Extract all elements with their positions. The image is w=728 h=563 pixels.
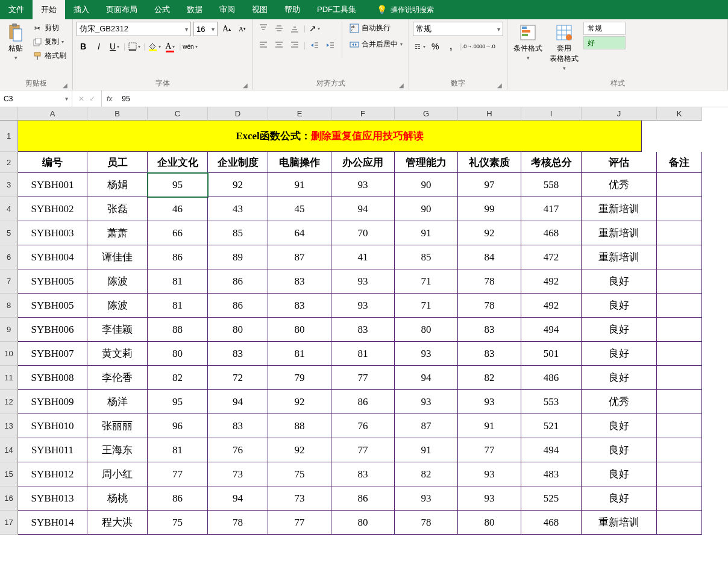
data-cell[interactable]: 43 (208, 197, 268, 221)
row-header[interactable]: 3 (0, 173, 18, 197)
data-cell[interactable]: 73 (208, 462, 268, 486)
data-cell[interactable]: 良好 (582, 438, 657, 462)
data-cell[interactable]: 521 (521, 414, 582, 438)
data-cell[interactable] (657, 245, 702, 269)
format-painter-button[interactable]: 格式刷 (30, 49, 69, 62)
row-header[interactable]: 11 (0, 366, 18, 390)
data-cell[interactable]: 93 (395, 342, 458, 366)
data-cell[interactable] (657, 197, 702, 221)
row-header[interactable]: 5 (0, 221, 18, 245)
column-header[interactable]: D (208, 107, 268, 121)
data-cell[interactable]: 77 (331, 366, 395, 390)
data-cell[interactable]: 86 (208, 269, 268, 294)
table-header-cell[interactable]: 礼仪素质 (458, 152, 521, 173)
data-cell[interactable]: 80 (395, 318, 458, 342)
data-cell[interactable]: 83 (458, 342, 521, 366)
data-cell[interactable] (657, 486, 702, 511)
data-cell[interactable]: 83 (331, 318, 395, 342)
font-size-combo[interactable]: 16▾ (193, 22, 218, 36)
enter-icon[interactable]: ✓ (89, 95, 95, 103)
data-cell[interactable]: 97 (458, 173, 521, 197)
data-cell[interactable]: 良好 (582, 294, 657, 318)
merge-center-button[interactable]: 合并后居中 ▾ (347, 38, 405, 51)
data-cell[interactable]: 95 (148, 390, 208, 414)
data-cell[interactable]: 94 (208, 390, 268, 414)
data-cell[interactable]: 重新培训 (582, 511, 657, 535)
decrease-decimal-button[interactable]: .00→.0 (480, 40, 493, 53)
data-cell[interactable]: 重新培训 (582, 197, 657, 221)
data-cell[interactable]: 83 (268, 269, 331, 294)
data-cell[interactable]: 46 (148, 197, 208, 221)
row-header[interactable]: 14 (0, 438, 18, 462)
data-cell[interactable]: 85 (395, 245, 458, 269)
data-cell[interactable]: 80 (268, 318, 331, 342)
data-cell[interactable]: 81 (331, 342, 395, 366)
data-cell[interactable]: 83 (331, 462, 395, 486)
tab-home[interactable]: 开始 (33, 0, 65, 19)
data-cell[interactable]: 79 (268, 366, 331, 390)
data-cell[interactable]: 92 (268, 390, 331, 414)
data-cell[interactable]: 83 (268, 294, 331, 318)
data-cell[interactable]: 杨洋 (87, 390, 148, 414)
row-header[interactable]: 1 (0, 121, 18, 152)
data-cell[interactable]: 93 (458, 390, 521, 414)
increase-decimal-button[interactable]: .0→.00 (464, 40, 477, 53)
data-cell[interactable]: SYBH014 (18, 511, 87, 535)
data-cell[interactable]: 谭佳佳 (87, 245, 148, 269)
data-cell[interactable]: 93 (331, 269, 395, 294)
tab-pdf[interactable]: PDF工具集 (309, 0, 365, 19)
data-cell[interactable]: 93 (331, 173, 395, 197)
comma-button[interactable]: , (444, 40, 457, 53)
column-header[interactable]: I (521, 107, 582, 121)
border-button[interactable] (128, 40, 141, 53)
tab-insert[interactable]: 插入 (65, 0, 98, 19)
data-cell[interactable]: 492 (521, 294, 582, 318)
data-cell[interactable]: 86 (331, 486, 395, 511)
orientation-button[interactable]: ↗ (308, 22, 321, 35)
align-top-button[interactable] (257, 22, 270, 35)
data-cell[interactable]: SYBH006 (18, 318, 87, 342)
accounting-format-button[interactable]: ☶ (413, 40, 426, 53)
data-cell[interactable]: SYBH011 (18, 438, 87, 462)
pinyin-button[interactable]: wén (183, 40, 196, 53)
data-cell[interactable]: 75 (148, 511, 208, 535)
data-cell[interactable]: 87 (268, 245, 331, 269)
data-cell[interactable]: 77 (148, 462, 208, 486)
tab-formula[interactable]: 公式 (146, 0, 178, 19)
data-cell[interactable]: 萧萧 (87, 221, 148, 245)
row-header[interactable]: 17 (0, 511, 18, 535)
data-cell[interactable]: 41 (331, 245, 395, 269)
data-cell[interactable] (657, 366, 702, 390)
column-header[interactable]: K (657, 107, 702, 121)
tab-review[interactable]: 审阅 (211, 0, 243, 19)
format-as-table-button[interactable]: 套用 表格格式 ▾ (547, 22, 581, 72)
data-cell[interactable]: 88 (148, 318, 208, 342)
data-cell[interactable]: 89 (208, 245, 268, 269)
data-cell[interactable]: 84 (458, 245, 521, 269)
data-cell[interactable] (657, 390, 702, 414)
data-cell[interactable]: 93 (331, 294, 395, 318)
data-cell[interactable]: 李伦香 (87, 366, 148, 390)
fill-color-button[interactable] (148, 40, 161, 53)
dialog-launcher-icon[interactable]: ◢ (63, 82, 67, 89)
data-cell[interactable]: SYBH005 (18, 294, 87, 318)
row-header[interactable]: 8 (0, 294, 18, 318)
data-cell[interactable]: 86 (331, 390, 395, 414)
data-cell[interactable]: 86 (148, 486, 208, 511)
data-cell[interactable]: SYBH012 (18, 462, 87, 486)
column-header[interactable]: A (18, 107, 87, 121)
data-cell[interactable] (657, 221, 702, 245)
data-cell[interactable]: 91 (395, 438, 458, 462)
data-cell[interactable]: 王海东 (87, 438, 148, 462)
data-cell[interactable] (657, 462, 702, 486)
data-cell[interactable]: 77 (458, 438, 521, 462)
data-cell[interactable]: 468 (521, 221, 582, 245)
align-middle-button[interactable] (272, 22, 286, 35)
data-cell[interactable]: 杨桃 (87, 486, 148, 511)
table-header-cell[interactable]: 电脑操作 (268, 152, 331, 173)
data-cell[interactable]: 80 (458, 511, 521, 535)
data-cell[interactable]: 91 (395, 221, 458, 245)
font-name-combo[interactable]: 仿宋_GB2312▾ (77, 22, 191, 36)
data-cell[interactable]: 81 (148, 294, 208, 318)
data-cell[interactable]: 77 (331, 438, 395, 462)
